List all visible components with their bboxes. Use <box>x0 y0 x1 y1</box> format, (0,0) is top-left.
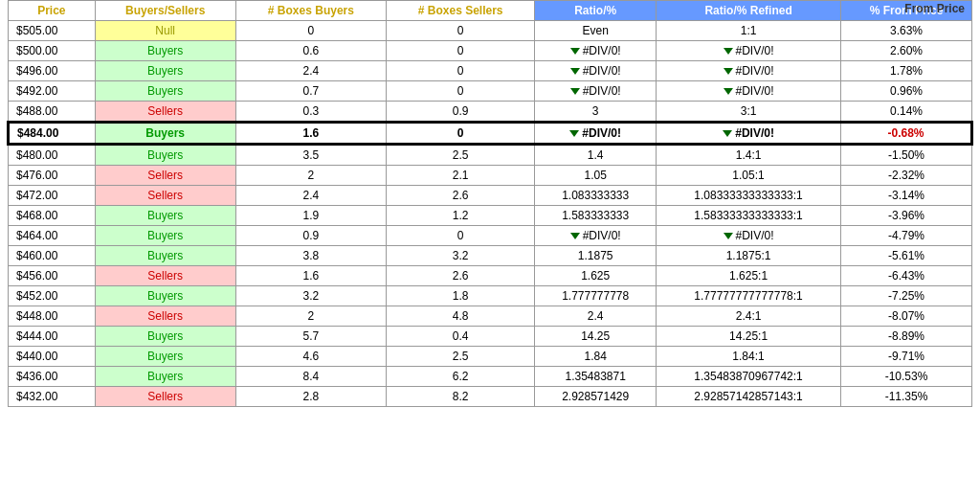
cell-price: $436.00 <box>9 367 96 387</box>
cell-from-price: 2.60% <box>841 41 972 61</box>
cell-buyers-sellers: Buyers <box>95 123 235 145</box>
cell-ratio-refined: 1.77777777777778:1 <box>657 286 841 306</box>
cell-boxes-sellers: 0 <box>387 123 535 145</box>
table-row: $444.00Buyers5.70.414.2514.25:1-8.89% <box>9 327 972 347</box>
header-boxes-buyers: # Boxes Buyers <box>235 1 386 21</box>
cell-boxes-buyers: 2.4 <box>235 186 386 206</box>
cell-boxes-buyers: 4.6 <box>235 347 386 367</box>
cell-price: $488.00 <box>9 102 96 123</box>
cell-price: $468.00 <box>9 206 96 226</box>
cell-price: $440.00 <box>9 347 96 367</box>
table-row: $468.00Buyers1.91.21.5833333331.58333333… <box>9 206 972 226</box>
cell-boxes-sellers: 1.8 <box>387 286 535 306</box>
down-arrow-icon <box>569 130 579 137</box>
cell-boxes-sellers: 2.1 <box>387 166 535 186</box>
cell-boxes-buyers: 0.7 <box>235 81 386 102</box>
cell-ratio: #DIV/0! <box>535 81 657 102</box>
table-row: $440.00Buyers4.62.51.841.84:1-9.71% <box>9 347 972 367</box>
cell-price: $452.00 <box>9 286 96 306</box>
cell-ratio-refined: 1.84:1 <box>657 347 841 367</box>
cell-ratio: 1.625 <box>535 266 657 286</box>
cell-buyers-sellers: Sellers <box>95 166 235 186</box>
cell-boxes-buyers: 0 <box>235 21 386 41</box>
cell-buyers-sellers: Sellers <box>95 387 235 407</box>
cell-from-price: -9.71% <box>841 347 972 367</box>
cell-from-price: 1.78% <box>841 61 972 81</box>
cell-buyers-sellers: Sellers <box>95 186 235 206</box>
cell-ratio: 2.928571429 <box>535 387 657 407</box>
table-row: $456.00Sellers1.62.61.6251.625:1-6.43% <box>9 266 972 286</box>
table-row: $492.00Buyers0.70#DIV/0!#DIV/0!0.96% <box>9 81 972 102</box>
cell-ratio-refined: 1.4:1 <box>657 145 841 166</box>
cell-ratio: 1.083333333 <box>535 186 657 206</box>
table-row: $488.00Sellers0.30.933:10.14% <box>9 102 972 123</box>
cell-boxes-buyers: 1.6 <box>235 123 386 145</box>
cell-price: $456.00 <box>9 266 96 286</box>
header-ratio-refined: Ratio/% Refined <box>657 1 841 21</box>
cell-ratio-refined: #DIV/0! <box>657 61 841 81</box>
cell-ratio: Even <box>535 21 657 41</box>
cell-ratio-refined: #DIV/0! <box>657 41 841 61</box>
cell-boxes-buyers: 0.3 <box>235 102 386 123</box>
cell-from-price: -10.53% <box>841 367 972 387</box>
cell-from-price: -5.61% <box>841 246 972 266</box>
cell-ratio-refined: 1.05:1 <box>657 166 841 186</box>
cell-buyers-sellers: Buyers <box>95 61 235 81</box>
cell-from-price: 3.63% <box>841 21 972 41</box>
cell-ratio-refined: 2.92857142857143:1 <box>657 387 841 407</box>
down-arrow-icon <box>723 130 732 137</box>
cell-from-price: 0.96% <box>841 81 972 102</box>
cell-boxes-sellers: 2.5 <box>387 145 535 166</box>
cell-ratio: 1.4 <box>535 145 657 166</box>
cell-buyers-sellers: Buyers <box>95 347 235 367</box>
table-row: $464.00Buyers0.90#DIV/0!#DIV/0!-4.79% <box>9 226 972 246</box>
cell-boxes-sellers: 3.2 <box>387 246 535 266</box>
header-buyers-sellers: Buyers/Sellers <box>95 1 235 21</box>
cell-buyers-sellers: Buyers <box>95 206 235 226</box>
cell-boxes-buyers: 0.9 <box>235 226 386 246</box>
cell-from-price: -8.07% <box>841 306 972 327</box>
down-arrow-icon <box>570 48 580 55</box>
cell-buyers-sellers: Buyers <box>95 41 235 61</box>
cell-price: $480.00 <box>9 145 96 166</box>
cell-ratio: 2.4 <box>535 306 657 327</box>
cell-ratio: 1.35483871 <box>535 367 657 387</box>
cell-from-price: -3.96% <box>841 206 972 226</box>
cell-from-price: -4.79% <box>841 226 972 246</box>
header-row: Price Buyers/Sellers # Boxes Buyers # Bo… <box>9 1 972 21</box>
cell-price: $484.00 <box>9 123 96 145</box>
cell-price: $500.00 <box>9 41 96 61</box>
cell-ratio-refined: 3:1 <box>657 102 841 123</box>
cell-from-price: -1.50% <box>841 145 972 166</box>
cell-price: $505.00 <box>9 21 96 41</box>
cell-buyers-sellers: Buyers <box>95 286 235 306</box>
cell-price: $476.00 <box>9 166 96 186</box>
cell-ratio-refined: 1.08333333333333:1 <box>657 186 841 206</box>
cell-boxes-buyers: 2.4 <box>235 61 386 81</box>
cell-boxes-sellers: 0 <box>387 226 535 246</box>
cell-ratio-refined: 1.58333333333333:1 <box>657 206 841 226</box>
down-arrow-icon <box>570 68 580 75</box>
cell-boxes-sellers: 2.5 <box>387 347 535 367</box>
cell-price: $472.00 <box>9 186 96 206</box>
cell-boxes-sellers: 8.2 <box>387 387 535 407</box>
header-boxes-sellers: # Boxes Sellers <box>387 1 535 21</box>
cell-buyers-sellers: Buyers <box>95 81 235 102</box>
main-wrapper: From Price Price Buyers/Sellers # Boxes … <box>0 0 980 407</box>
cell-ratio-refined: #DIV/0! <box>657 123 841 145</box>
data-table: Price Buyers/Sellers # Boxes Buyers # Bo… <box>7 0 973 407</box>
cell-price: $432.00 <box>9 387 96 407</box>
table-row: $480.00Buyers3.52.51.41.4:1-1.50% <box>9 145 972 166</box>
cell-boxes-buyers: 3.5 <box>235 145 386 166</box>
cell-ratio: 14.25 <box>535 327 657 347</box>
cell-from-price: -7.25% <box>841 286 972 306</box>
table-row: $500.00Buyers0.60#DIV/0!#DIV/0!2.60% <box>9 41 972 61</box>
cell-ratio: #DIV/0! <box>535 123 657 145</box>
down-arrow-icon <box>724 233 733 239</box>
cell-buyers-sellers: Buyers <box>95 367 235 387</box>
cell-boxes-sellers: 0.9 <box>387 102 535 123</box>
cell-boxes-sellers: 0 <box>387 61 535 81</box>
cell-ratio: #DIV/0! <box>535 226 657 246</box>
table-row: $476.00Sellers22.11.051.05:1-2.32% <box>9 166 972 186</box>
cell-boxes-buyers: 2 <box>235 306 386 327</box>
